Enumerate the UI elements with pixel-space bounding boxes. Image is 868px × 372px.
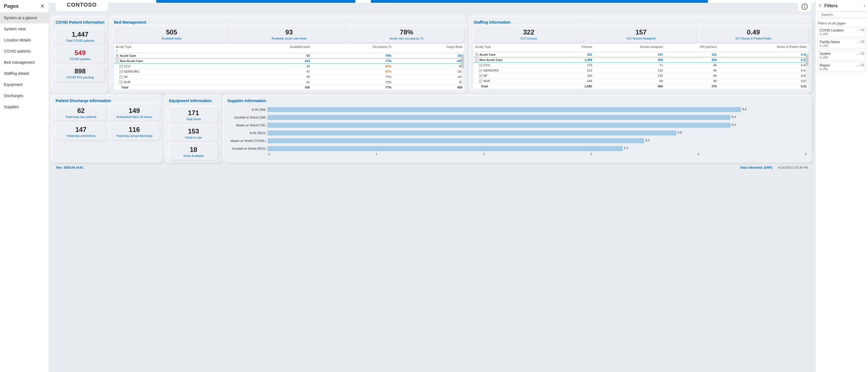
filter-card-system[interactable]: System is (All) ⌄ ⌫ bbox=[818, 50, 866, 60]
bed-table[interactable]: Acuity Type▲Available bedsOccupancy %Sur… bbox=[114, 44, 464, 90]
staff-col-3[interactable]: RN partners bbox=[664, 44, 718, 52]
staff-title: Staffing Information bbox=[473, 20, 808, 25]
page-item-bed-management[interactable]: Bed management bbox=[0, 57, 49, 68]
staff-row[interactable]: +NF 242132490.55 bbox=[473, 73, 808, 78]
discharge-tile-1[interactable]: 149 Anticipated Next 24 Hours bbox=[109, 105, 160, 121]
page-item-staffing-details[interactable]: Staffing details bbox=[0, 68, 49, 79]
eraser-icon[interactable]: ⌫ bbox=[860, 63, 864, 67]
equip-tile-2[interactable]: 18 Vents Available bbox=[169, 144, 218, 160]
filters-panel: Filters › Filters on all pages COVID Loc… bbox=[815, 0, 868, 372]
footer: Rev: 2020.04.14-01 Data refreshed: (GMT)… bbox=[52, 165, 812, 170]
covid-total-tile[interactable]: 1,447 Total COVID patients bbox=[56, 28, 104, 45]
page-item-system-view[interactable]: System view bbox=[0, 23, 49, 34]
expand-icon[interactable]: + bbox=[479, 80, 482, 83]
info-button[interactable] bbox=[798, 2, 811, 12]
discharge-tile-3[interactable]: 116 Yesterday actual discharge bbox=[109, 123, 160, 140]
bed-metric-2[interactable]: 78% Acute care occupancy % bbox=[349, 26, 464, 42]
staff-col-1[interactable]: Census bbox=[557, 44, 594, 52]
chevron-down-icon[interactable]: ⌄ bbox=[856, 40, 859, 44]
chevron-down-icon[interactable]: ⌄ bbox=[856, 63, 859, 67]
page-item-supplies[interactable]: Supplies bbox=[0, 101, 49, 112]
page-item-discharges[interactable]: Discharges bbox=[0, 90, 49, 101]
chevron-right-icon[interactable]: › bbox=[864, 3, 865, 8]
covid-title: COVID Patient Information bbox=[56, 20, 104, 25]
staff-row[interactable]: +CCU 17071460.42 bbox=[473, 62, 808, 67]
expand-icon[interactable]: + bbox=[120, 70, 123, 73]
bed-metric-0[interactable]: 505 Available beds bbox=[114, 26, 229, 42]
expand-icon[interactable]: + bbox=[116, 54, 119, 57]
expand-icon[interactable]: + bbox=[120, 76, 123, 79]
staff-row[interactable]: −Non-Acute Care 1,3586992540.51 bbox=[473, 57, 808, 62]
staff-card: Staffing Information 322 ICU Census 157 … bbox=[470, 17, 812, 93]
filter-card-facility-name[interactable]: Facility Name is (All) ⌄ ⌫ bbox=[818, 39, 866, 49]
covid-pui-label: COVID PUI pending bbox=[57, 76, 103, 79]
expand-icon[interactable]: + bbox=[479, 74, 482, 77]
expand-icon[interactable]: + bbox=[120, 65, 123, 68]
bed-row[interactable]: +NF 93 72% 145 bbox=[114, 74, 464, 80]
bed-row[interactable]: +Acute Care 93 78% 155 bbox=[114, 53, 464, 58]
supplies-barchart[interactable]: N-95 (SM) 4.4 Duckbill w/ Shield (SM) 4.… bbox=[227, 105, 808, 159]
staff-scrollbar[interactable] bbox=[806, 52, 808, 84]
expand-icon[interactable]: + bbox=[479, 69, 482, 72]
expand-icon[interactable]: + bbox=[479, 64, 482, 67]
expand-icon[interactable]: − bbox=[116, 60, 119, 63]
staff-metric-0[interactable]: 322 ICU Census bbox=[473, 26, 584, 42]
page-item-location-details[interactable]: Location details bbox=[0, 34, 49, 46]
bar-row[interactable]: Duckbill w/ Shield (SM) 4.3 bbox=[228, 114, 806, 121]
staff-row[interactable]: +GENSURG 313132400.42 bbox=[473, 67, 808, 73]
filters-section-label: Filters on all pages bbox=[818, 22, 866, 25]
equip-card: Equipment Information 171 Total Vents 15… bbox=[166, 96, 221, 163]
bar-row[interactable]: Duckbill w/ Shield (REG) 3.3 bbox=[228, 145, 806, 152]
page-item-system-at-a-glance[interactable]: System at a glance bbox=[0, 12, 49, 23]
staff-metric-1[interactable]: 157 ICU Nurses Assigned bbox=[586, 26, 696, 42]
bar-row[interactable]: Masks w/ Shield (TCHNL) 3.5 bbox=[228, 137, 806, 145]
staff-row[interactable]: +NUR 14989480.60 bbox=[473, 78, 808, 83]
equip-tile-1[interactable]: 153 Vents in use bbox=[169, 125, 218, 141]
staff-table[interactable]: Acuity TypeCensusNurses assignedRN partn… bbox=[473, 44, 808, 89]
close-icon[interactable]: ✕ bbox=[40, 3, 45, 9]
filter-card-covid-location[interactable]: COVID Location is (All) ⌄ ⌫ bbox=[818, 27, 866, 37]
bed-col-3[interactable]: Surge Beds bbox=[393, 44, 464, 53]
covid-total-label: Total COVID patients bbox=[57, 39, 103, 42]
covid-positive-tile[interactable]: 549 COVID positive bbox=[56, 47, 104, 63]
bed-col-1[interactable]: Available beds bbox=[226, 44, 312, 53]
bed-row[interactable]: −Non-Acute Care 412 77% 645 bbox=[114, 58, 464, 64]
rev-label: Rev: 2020.04.14-01 bbox=[56, 166, 84, 169]
bed-col-0[interactable]: Acuity Type▲ bbox=[114, 44, 226, 53]
bed-title: Bed Management bbox=[114, 20, 464, 25]
expand-icon[interactable]: + bbox=[120, 81, 123, 84]
eraser-icon[interactable]: ⌫ bbox=[860, 52, 864, 55]
page-item-equipment[interactable]: Equipment bbox=[0, 79, 49, 90]
bed-col-2[interactable]: Occupancy % bbox=[312, 44, 393, 53]
equip-tile-0[interactable]: 171 Total Vents bbox=[169, 107, 218, 123]
covid-pui-tile[interactable]: 898 COVID PUI pending bbox=[56, 65, 104, 81]
discharge-tile-2[interactable]: 147 Yesterday predictions bbox=[56, 123, 106, 140]
bed-row[interactable]: +GENSURG 47 87% 155 bbox=[114, 69, 464, 74]
supplies-card: Supplies Information N-95 (SM) 4.4 Duckb… bbox=[224, 96, 812, 163]
staff-col-2[interactable]: Nurses assigned bbox=[594, 44, 665, 52]
expand-icon[interactable]: − bbox=[475, 58, 478, 61]
main-area: CONTOSO COVID Patient Information 1,447 … bbox=[49, 0, 815, 372]
bed-scrollbar[interactable] bbox=[461, 52, 464, 85]
chevron-down-icon[interactable]: ⌄ bbox=[856, 52, 859, 55]
staff-row[interactable]: +Acute Care 3221571220.49 bbox=[473, 52, 808, 57]
staff-col-4[interactable]: Nurse to Patient Ratio bbox=[718, 44, 808, 52]
bed-row[interactable]: +NUR 61 71% 30 bbox=[114, 80, 464, 85]
staff-col-0[interactable]: Acuity Type bbox=[473, 44, 557, 52]
staff-metric-2[interactable]: 0.49 ICU Nurse to Patient Ratio bbox=[699, 26, 808, 42]
eraser-icon[interactable]: ⌫ bbox=[860, 28, 864, 32]
bed-metric-1[interactable]: 93 Available acute care beds bbox=[231, 26, 346, 42]
expand-icon[interactable]: + bbox=[475, 53, 478, 56]
eraser-icon[interactable]: ⌫ bbox=[860, 40, 864, 44]
info-icon bbox=[801, 3, 808, 10]
bar-row[interactable]: Masks w/ Shield (TIE) 4.3 bbox=[228, 121, 806, 129]
bar-row[interactable]: N-95 (SM) 4.4 bbox=[228, 106, 806, 114]
bar-row[interactable]: N-95 (REG) 3.8 bbox=[228, 129, 806, 137]
filter-search-input[interactable] bbox=[821, 12, 868, 17]
page-item-covid-patients[interactable]: COVID patients bbox=[0, 46, 49, 57]
chevron-down-icon[interactable]: ⌄ bbox=[856, 28, 859, 32]
filter-card-region[interactable]: Region is (All) ⌄ ⌫ bbox=[818, 62, 866, 72]
filter-search[interactable] bbox=[818, 11, 866, 18]
bed-row[interactable]: +CCU 30 85% 85 bbox=[114, 64, 464, 69]
discharge-tile-0[interactable]: 62 Total long stay patients bbox=[56, 105, 106, 121]
